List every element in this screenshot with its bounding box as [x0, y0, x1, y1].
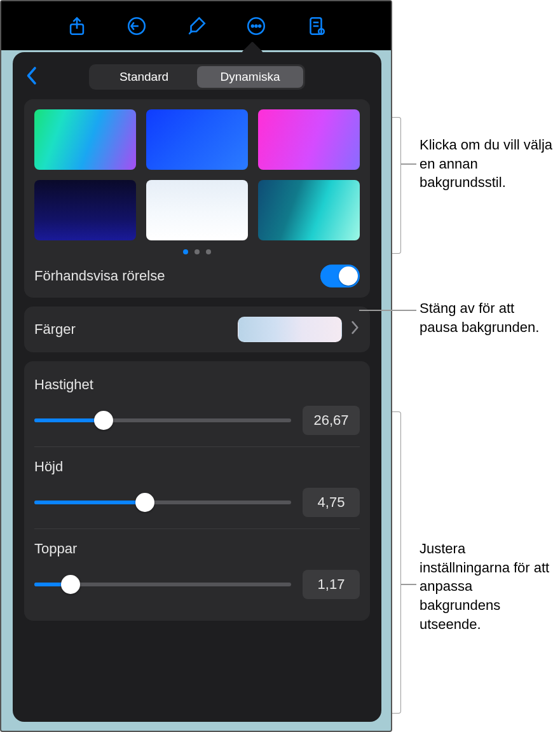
style-thumb[interactable]	[146, 109, 248, 170]
peaks-label: Toppar	[34, 541, 360, 557]
speed-value[interactable]: 26,67	[303, 406, 360, 435]
page-dots[interactable]	[34, 249, 360, 254]
app-frame: Standard Dynamiska Förhandsvisa rörelse	[0, 0, 392, 732]
more-icon[interactable]	[243, 13, 269, 39]
callout-leader	[401, 584, 416, 585]
colors-label: Färger	[34, 321, 76, 338]
slider-fill	[34, 501, 145, 504]
peaks-group: Toppar 1,17	[34, 528, 360, 611]
format-brush-icon[interactable]	[184, 13, 209, 39]
slider-thumb[interactable]	[61, 575, 80, 594]
colors-row-panel[interactable]: Färger	[24, 307, 370, 352]
height-slider[interactable]	[34, 501, 291, 504]
preview-motion-toggle[interactable]	[320, 265, 360, 287]
preview-motion-label: Förhandsvisa rörelse	[34, 268, 165, 284]
style-thumb[interactable]	[258, 109, 360, 170]
style-grid	[34, 109, 360, 240]
segment-dynamic[interactable]: Dynamiska	[197, 66, 303, 88]
segment-label: Dynamiska	[221, 70, 280, 84]
callout-pause: Stäng av för att pausa bakgrunden.	[420, 299, 553, 336]
slider-thumb[interactable]	[94, 411, 113, 430]
callout-leader	[401, 163, 416, 165]
adjustments-panel: Hastighet 26,67 Höjd 4,75	[24, 361, 370, 621]
speed-label: Hastighet	[34, 376, 360, 393]
page-dot[interactable]	[195, 249, 200, 254]
speed-slider[interactable]	[34, 418, 291, 422]
popover-header: Standard Dynamiska	[24, 64, 370, 90]
segment-standard[interactable]: Standard	[91, 66, 197, 88]
peaks-slider[interactable]	[34, 583, 291, 586]
peaks-value[interactable]: 1,17	[303, 570, 360, 599]
svg-point-4	[255, 25, 257, 27]
preview-motion-row: Förhandsvisa rörelse	[34, 265, 360, 287]
slider-thumb[interactable]	[135, 493, 154, 512]
style-thumb[interactable]	[146, 180, 248, 240]
document-icon[interactable]	[303, 13, 329, 39]
back-icon[interactable]	[24, 66, 38, 88]
callout-leader	[359, 310, 416, 311]
svg-point-3	[251, 25, 253, 27]
page-dot[interactable]	[183, 249, 188, 254]
svg-point-5	[259, 25, 261, 27]
page-dot[interactable]	[206, 249, 211, 254]
style-thumb[interactable]	[258, 180, 360, 240]
toggle-knob	[339, 266, 358, 286]
toolbar	[1, 1, 391, 50]
segmented-control[interactable]: Standard Dynamiska	[89, 64, 305, 90]
callout-bracket	[392, 411, 401, 714]
background-styles-panel: Förhandsvisa rörelse	[24, 99, 370, 298]
style-thumb[interactable]	[34, 109, 136, 170]
callout-pick-style: Klicka om du vill välja en annan bakgrun…	[420, 135, 556, 192]
callout-adjust: Justera inställningarna för att anpassa …	[420, 539, 553, 633]
segment-label: Standard	[120, 70, 168, 84]
chevron-right-icon[interactable]	[351, 321, 360, 338]
height-group: Höjd 4,75	[34, 446, 360, 528]
slider-fill	[34, 418, 104, 422]
undo-icon[interactable]	[124, 13, 149, 39]
color-swatch[interactable]	[238, 317, 342, 342]
callout-bracket	[392, 117, 401, 254]
format-popover: Standard Dynamiska Förhandsvisa rörelse	[13, 52, 381, 722]
height-value[interactable]: 4,75	[303, 488, 360, 517]
share-icon[interactable]	[64, 13, 90, 39]
style-thumb[interactable]	[34, 180, 136, 240]
speed-group: Hastighet 26,67	[34, 371, 360, 446]
height-label: Höjd	[34, 459, 360, 475]
